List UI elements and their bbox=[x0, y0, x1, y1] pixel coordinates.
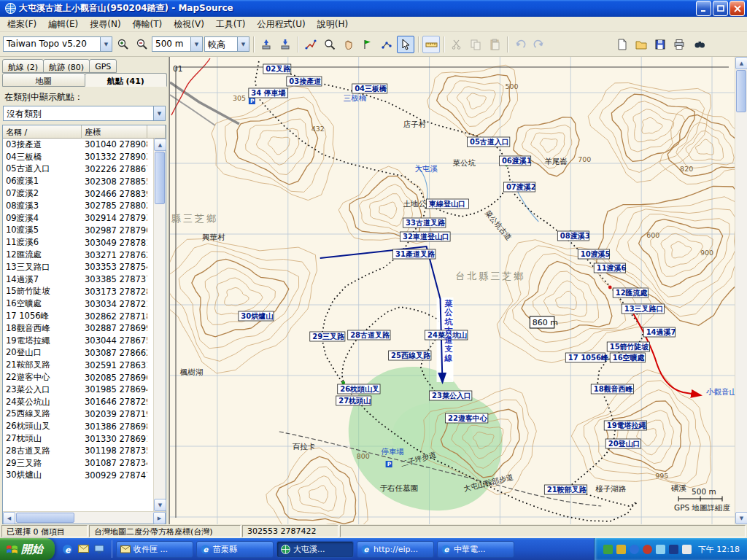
send-to-device-button[interactable] bbox=[258, 36, 275, 53]
waypoint-row[interactable]: 10渡溪5302987 278790 bbox=[3, 225, 153, 237]
new-file-button[interactable] bbox=[614, 36, 631, 53]
map-waypoint-label[interactable]: 31產道叉路 bbox=[393, 249, 436, 259]
tray-icon[interactable] bbox=[669, 545, 678, 554]
map-waypoint-label[interactable]: 25西線叉路 bbox=[389, 351, 431, 360]
waypoint-row[interactable]: 25西線叉路302039 278719 bbox=[3, 408, 153, 421]
map-waypoint-label[interactable]: 33古道叉路 bbox=[403, 218, 446, 228]
copy-button[interactable] bbox=[467, 36, 484, 53]
map-waypoint-label[interactable]: 26枕頭山叉 bbox=[338, 384, 380, 394]
waypoint-row[interactable]: 16空曠處303034 278721 bbox=[3, 298, 153, 310]
waypoint-row[interactable]: 13三叉路口303353 278754 bbox=[3, 261, 153, 273]
waypoint-row[interactable]: 18觀音西峰302887 278699 bbox=[3, 322, 153, 335]
task-button-inbox[interactable]: 收件匣 ... bbox=[116, 541, 193, 558]
menu-item-0[interactable]: 檔案(F) bbox=[1, 17, 42, 32]
waypoint-row[interactable]: 08渡溪3302785 278802 bbox=[3, 200, 153, 212]
quick-launch-mail-icon[interactable] bbox=[77, 542, 90, 556]
selection-arrow-tool[interactable] bbox=[397, 36, 414, 53]
map-waypoint-label[interactable]: 03接產道 bbox=[287, 77, 322, 86]
waypoint-row[interactable]: 12匯流處303271 278762 bbox=[3, 249, 153, 261]
waypoint-row[interactable]: 06渡溪1302308 278855 bbox=[3, 175, 153, 187]
waypoint-row[interactable]: 05古道入口302226 278867 bbox=[3, 163, 153, 176]
map-canvas[interactable]: PP 0102叉路03接產道34 停車場04三板橋三板橋店子村05古道入口06渡… bbox=[169, 57, 735, 524]
undo-button[interactable] bbox=[511, 36, 529, 53]
waypoint-row[interactable]: 19電塔拉繩303044 278675 bbox=[3, 335, 153, 347]
waypoint-row[interactable]: 30烘爐山300929 278747 bbox=[3, 470, 153, 482]
column-header-coord[interactable]: 座標 bbox=[82, 125, 147, 139]
scroll-down-icon[interactable]: ▼ bbox=[735, 512, 747, 524]
waypoint-row[interactable]: 26枕頭山叉301386 278698 bbox=[3, 420, 153, 432]
waypoint-row[interactable]: 27枕頭山301330 278691 bbox=[3, 432, 153, 445]
tray-icon[interactable] bbox=[643, 545, 652, 554]
pan-hand-tool[interactable] bbox=[340, 36, 357, 53]
redo-button[interactable] bbox=[530, 36, 548, 53]
waypoint-row[interactable]: 22遊客中心302085 278696 bbox=[3, 371, 153, 384]
chevron-down-icon[interactable]: ▼ bbox=[153, 106, 165, 120]
map-waypoint-label[interactable]: 28古道叉路 bbox=[348, 330, 390, 340]
tray-icon[interactable] bbox=[616, 545, 626, 554]
waypoint-row[interactable]: 09渡溪4302914 278793 bbox=[3, 212, 153, 225]
paste-button[interactable] bbox=[486, 36, 503, 53]
menu-item-5[interactable]: 工具(T) bbox=[210, 17, 252, 32]
menu-item-1[interactable]: 編輯(E) bbox=[42, 17, 84, 32]
map-waypoint-label[interactable]: 02叉路 bbox=[263, 64, 291, 74]
map-product-combo[interactable]: Taiwan Topo v5.20▼ bbox=[3, 36, 112, 52]
waypoint-row[interactable]: 29三叉路301087 278734 bbox=[3, 457, 153, 470]
task-button-eip[interactable]: e http://eip... bbox=[357, 541, 434, 558]
scroll-right-icon[interactable]: ▶ bbox=[153, 512, 166, 524]
scroll-down-icon[interactable]: ▼ bbox=[154, 499, 166, 511]
tray-icon[interactable] bbox=[682, 545, 692, 554]
task-button-mapsource[interactable]: 大屯溪... bbox=[276, 541, 354, 558]
waypoint-row[interactable]: 21鞍部叉路302591 278631 bbox=[3, 359, 153, 371]
map-vertical-scrollbar[interactable]: ▲ ▼ bbox=[735, 57, 747, 524]
waypoint-row[interactable]: 11渡溪6303049 278781 bbox=[3, 236, 153, 249]
map-waypoint-label[interactable]: 07渡溪2 bbox=[503, 182, 535, 192]
menu-item-7[interactable]: 說明(H) bbox=[311, 17, 354, 32]
tab-tracks[interactable]: 航跡 (80) bbox=[43, 59, 90, 73]
task-button-cht[interactable]: e 中華電... bbox=[437, 541, 514, 558]
map-waypoint-label[interactable]: 22遊客中心 bbox=[446, 413, 488, 423]
map-waypoint-label[interactable]: 13三叉路口 bbox=[622, 304, 664, 314]
waypoint-row[interactable]: 14過溪7303385 278737 bbox=[3, 273, 153, 286]
print-button[interactable] bbox=[670, 36, 688, 53]
map-waypoint-label[interactable]: 21鞍部叉路 bbox=[544, 485, 587, 494]
map-waypoint-label[interactable]: 17 1056峰 bbox=[565, 353, 609, 362]
measure-ruler-tool[interactable] bbox=[422, 36, 440, 53]
map-waypoint-label[interactable]: 05古道入口 bbox=[467, 137, 509, 147]
waypoint-row[interactable]: 03接產道301040 278908 bbox=[3, 139, 153, 151]
task-button-miaoli[interactable]: e 苗栗縣 bbox=[196, 541, 274, 558]
track-tool[interactable] bbox=[378, 36, 395, 53]
scrollbar-thumb[interactable] bbox=[155, 152, 165, 204]
menu-item-3[interactable]: 傳輸(T) bbox=[127, 17, 169, 32]
chevron-down-icon[interactable]: ▼ bbox=[100, 37, 112, 51]
zoom-out-button[interactable] bbox=[133, 36, 150, 53]
scrollbar-thumb[interactable] bbox=[736, 70, 746, 112]
waypoint-row[interactable]: 17 1056峰302862 278718 bbox=[3, 310, 153, 322]
map-waypoint-label[interactable]: 20登山口 bbox=[605, 439, 640, 448]
tab-gps[interactable]: GPS bbox=[89, 59, 117, 73]
map-waypoint-label[interactable]: 08渡溪3 bbox=[557, 231, 589, 241]
chevron-down-icon[interactable]: ▼ bbox=[190, 37, 202, 51]
zoom-tool[interactable] bbox=[321, 36, 338, 53]
map-waypoint-label[interactable]: 32車道登山口 bbox=[400, 232, 451, 241]
scrollbar-thumb[interactable] bbox=[16, 513, 74, 523]
tray-icon[interactable] bbox=[656, 545, 665, 554]
start-button[interactable]: 開始 bbox=[0, 538, 55, 560]
maximize-button[interactable] bbox=[713, 1, 728, 16]
waypoint-flag-tool[interactable] bbox=[359, 36, 376, 53]
waypoint-row[interactable]: 07渡溪2302466 278839 bbox=[3, 187, 153, 200]
quick-launch-desktop-icon[interactable] bbox=[93, 542, 106, 556]
tab-waypoints[interactable]: 航點 (41) bbox=[85, 73, 168, 87]
waypoint-row[interactable]: 24菜公坑山301646 278729 bbox=[3, 396, 153, 408]
receive-from-device-button[interactable] bbox=[276, 36, 294, 53]
map-waypoint-label[interactable]: 15箭竹陡坡 bbox=[607, 342, 649, 351]
chevron-down-icon[interactable]: ▼ bbox=[237, 37, 249, 51]
tray-icon[interactable] bbox=[630, 545, 639, 554]
waypoint-row[interactable]: 20登山口303087 278662 bbox=[3, 347, 153, 359]
menu-item-2[interactable]: 搜尋(N) bbox=[84, 17, 126, 32]
tray-icon[interactable] bbox=[603, 545, 613, 554]
map-waypoint-label[interactable]: 19電塔拉繩 bbox=[604, 421, 646, 430]
detail-combo[interactable]: 較高▼ bbox=[204, 36, 249, 52]
scroll-up-icon[interactable]: ▲ bbox=[735, 57, 747, 69]
quick-launch-browser-icon[interactable]: e bbox=[61, 542, 74, 556]
draw-route-tool[interactable] bbox=[302, 36, 320, 53]
